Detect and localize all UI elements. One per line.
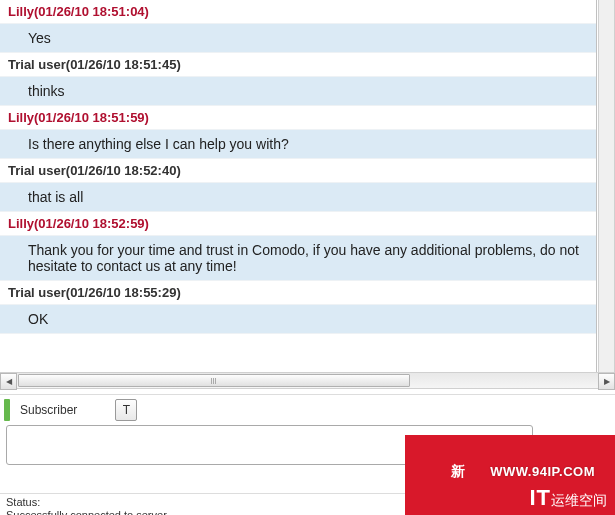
status-text: Successfully connected to server.	[6, 508, 609, 515]
send-button[interactable]	[539, 435, 609, 463]
chat-message: Lilly(01/26/10 18:51:59)Is there anythin…	[0, 106, 596, 159]
watermark-url: WWW.94IP.COM	[490, 464, 595, 479]
text-format-button[interactable]: T	[115, 399, 137, 421]
subscriber-toolbar: Subscriber T	[0, 395, 615, 423]
message-input[interactable]	[6, 425, 533, 465]
status-bar: Status: Successfully connected to server…	[0, 493, 615, 515]
scroll-right-arrow-icon[interactable]: ▶	[598, 373, 615, 390]
status-label: Status:	[6, 496, 609, 508]
message-header: Lilly(01/26/10 18:52:59)	[0, 212, 596, 235]
message-body: Thank you for your time and trust in Com…	[0, 235, 596, 281]
vertical-scrollbar[interactable]	[598, 0, 615, 372]
scrollbar-track[interactable]	[17, 373, 598, 388]
message-header: Trial user(01/26/10 18:52:40)	[0, 159, 596, 182]
chat-scroll-viewport[interactable]: Lilly(01/26/10 18:51:04)YesTrial user(01…	[0, 0, 597, 372]
chat-transcript-area: Lilly(01/26/10 18:51:04)YesTrial user(01…	[0, 0, 615, 372]
message-header: Trial user(01/26/10 18:51:45)	[0, 53, 596, 76]
message-header: Trial user(01/26/10 18:55:29)	[0, 281, 596, 304]
chat-message: Trial user(01/26/10 18:55:29)OK	[0, 281, 596, 334]
scrollbar-thumb[interactable]	[18, 374, 410, 387]
status-indicator-icon	[4, 399, 10, 421]
message-body: Is there anything else I can help you wi…	[0, 129, 596, 159]
subscriber-label: Subscriber	[18, 403, 77, 417]
message-header: Lilly(01/26/10 18:51:04)	[0, 0, 596, 23]
watermark-cn-text: 新	[451, 463, 465, 481]
horizontal-scrollbar[interactable]: ◀ ▶	[0, 372, 615, 389]
message-input-area	[6, 425, 609, 465]
scrollbar-grip-icon	[211, 378, 217, 384]
chat-message: Lilly(01/26/10 18:52:59)Thank you for yo…	[0, 212, 596, 281]
message-body: OK	[0, 304, 596, 334]
message-body: thinks	[0, 76, 596, 106]
message-body: that is all	[0, 182, 596, 212]
chat-message: Trial user(01/26/10 18:51:45)thinks	[0, 53, 596, 106]
chat-message: Trial user(01/26/10 18:52:40)that is all	[0, 159, 596, 212]
message-header: Lilly(01/26/10 18:51:59)	[0, 106, 596, 129]
message-body: Yes	[0, 23, 596, 53]
scroll-left-arrow-icon[interactable]: ◀	[0, 373, 17, 390]
chat-message: Lilly(01/26/10 18:51:04)Yes	[0, 0, 596, 53]
